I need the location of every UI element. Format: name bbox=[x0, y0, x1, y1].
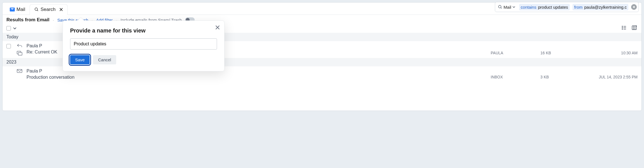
row-checkbox[interactable] bbox=[6, 44, 11, 48]
search-scope-selector[interactable]: Mail bbox=[497, 5, 516, 10]
chevron-down-icon bbox=[512, 6, 515, 8]
separator: · bbox=[53, 18, 54, 22]
email-subject: Production conversation bbox=[27, 75, 488, 80]
clear-search-button[interactable] bbox=[631, 4, 637, 10]
email-folder: INBOX bbox=[491, 75, 538, 80]
select-all-checkbox[interactable] bbox=[6, 26, 11, 31]
cancel-button[interactable]: Cancel bbox=[93, 55, 116, 64]
search-bar[interactable]: Mail contains product updates from paula… bbox=[495, 2, 639, 12]
modal-title: Provide a name for this view bbox=[70, 27, 217, 34]
column-settings-icon[interactable] bbox=[631, 25, 637, 31]
svg-rect-10 bbox=[632, 26, 636, 29]
close-icon bbox=[59, 8, 63, 11]
email-folder: PAULA bbox=[491, 51, 538, 56]
chip-key: from bbox=[574, 5, 583, 10]
search-scope-label: Mail bbox=[504, 5, 511, 10]
view-name-input[interactable] bbox=[70, 38, 217, 50]
close-icon bbox=[215, 25, 220, 30]
svg-rect-15 bbox=[17, 69, 22, 73]
email-size: 16 KB bbox=[540, 51, 574, 56]
conversation-icon bbox=[16, 51, 23, 56]
svg-line-3 bbox=[37, 10, 38, 11]
search-chip-contains[interactable]: contains product updates bbox=[519, 4, 570, 10]
close-icon bbox=[633, 6, 635, 8]
svg-point-8 bbox=[622, 29, 622, 29]
chip-key: contains bbox=[521, 5, 536, 10]
mail-outline-icon bbox=[16, 69, 23, 73]
chevron-down-icon[interactable] bbox=[13, 27, 16, 30]
results-title: Results from Email bbox=[6, 17, 49, 23]
svg-line-1 bbox=[501, 8, 502, 8]
search-icon bbox=[34, 7, 39, 12]
search-chip-from[interactable]: from paula@zylkertraining.c bbox=[573, 4, 628, 10]
search-icon bbox=[498, 5, 502, 9]
list-view-icon[interactable] bbox=[621, 25, 627, 31]
tab-close-button[interactable] bbox=[59, 8, 63, 11]
reply-forward-icon bbox=[16, 43, 23, 48]
tab-search-label: Search bbox=[40, 7, 56, 12]
chip-value: product updates bbox=[538, 5, 568, 10]
svg-rect-14 bbox=[18, 52, 22, 55]
save-button[interactable]: Save bbox=[70, 55, 90, 64]
svg-point-2 bbox=[35, 8, 37, 10]
chip-value: paula@zylkertraining.c bbox=[584, 5, 627, 10]
svg-point-6 bbox=[622, 27, 622, 28]
tab-mail[interactable]: Mail bbox=[5, 4, 30, 15]
save-view-modal: Provide a name for this view Save Cancel bbox=[63, 20, 225, 71]
svg-point-4 bbox=[622, 26, 622, 27]
mail-icon bbox=[10, 8, 15, 11]
email-time: 10:30 AM bbox=[576, 51, 638, 56]
email-time: JUL 14, 2023 2:55 PM bbox=[576, 75, 638, 80]
tab-mail-label: Mail bbox=[16, 7, 25, 12]
modal-close-button[interactable] bbox=[215, 25, 220, 30]
svg-point-0 bbox=[498, 5, 501, 8]
tab-search[interactable]: Search bbox=[30, 4, 68, 15]
email-size: 3 KB bbox=[540, 75, 574, 80]
